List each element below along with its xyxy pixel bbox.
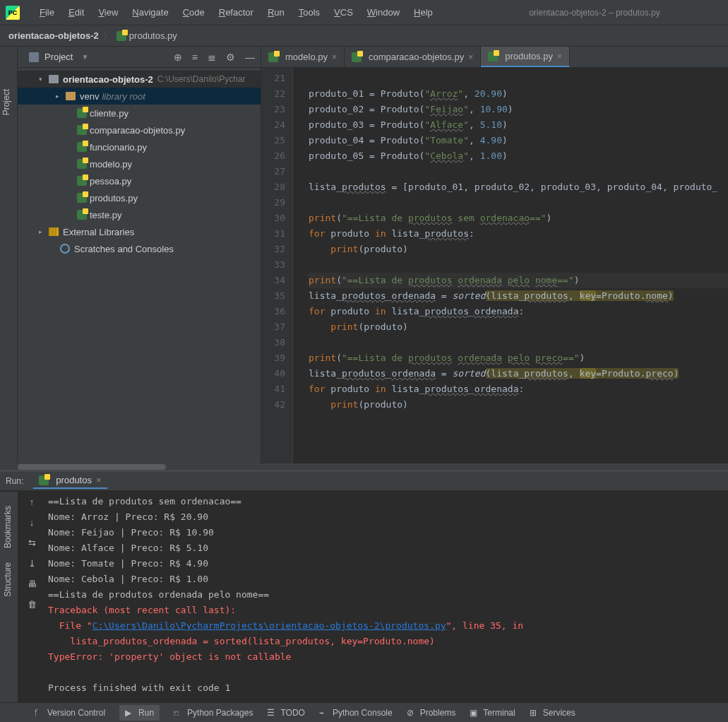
main-menu-bar: FileEditViewNavigateCodeRefactorRunTools…	[34, 4, 438, 20]
close-icon[interactable]: ×	[468, 52, 473, 62]
play-icon: ▶	[125, 708, 134, 717]
menu-refactor[interactable]: Refactor	[213, 4, 259, 20]
branch-icon: ᚶ	[34, 708, 43, 717]
status-bar: ᚶVersion Control▶Run⏍Python Packages☰TOD…	[0, 702, 728, 722]
menu-help[interactable]: Help	[408, 4, 438, 20]
run-tool-window: Run: produtos × ▶ 🔧 ■ ▦ 📌 ↑ ↓ ⇆ ⤓ 🖶 🗑 ==…	[0, 471, 728, 711]
editor-tab-comparacao-objetos-py[interactable]: comparacao-objetos.py×	[345, 47, 481, 67]
editor-area: modelo.py×comparacao-objetos.py×produtos…	[261, 47, 728, 463]
statusbar-version-control[interactable]: ᚶVersion Control	[34, 708, 105, 718]
code-editor[interactable]: 2122232425262728293031323334353637383940…	[261, 68, 728, 463]
tree-file-pessoa-py[interactable]: pessoa.py	[18, 172, 261, 189]
line-number-gutter[interactable]: 2122232425262728293031323334353637383940…	[261, 68, 293, 463]
menu-window[interactable]: Window	[362, 4, 405, 20]
warn-icon: ⊘	[407, 708, 416, 717]
left-bottom-strip: Bookmarks Structure	[0, 492, 18, 702]
close-icon[interactable]: ×	[332, 52, 337, 62]
editor-tab-bar: modelo.py×comparacao-objetos.py×produtos…	[261, 47, 728, 68]
navigation-bar[interactable]: orientacao-objetos-2 〉 produtos.py	[0, 25, 728, 47]
tree-file-teste-py[interactable]: teste.py	[18, 206, 261, 223]
project-view-label[interactable]: Project	[44, 52, 73, 62]
statusbar-terminal[interactable]: ▣Terminal	[470, 708, 515, 718]
title-bar: PC FileEditViewNavigateCodeRefactorRunTo…	[0, 0, 728, 25]
structure-tool-tab[interactable]: Structure	[3, 562, 13, 597]
run-config-tab[interactable]: produtos ×	[33, 473, 107, 489]
run-tab-label: produtos	[56, 475, 92, 485]
menu-tools[interactable]: Tools	[293, 4, 326, 20]
chevron-right-icon: 〉	[103, 30, 112, 42]
term-icon: ▣	[470, 708, 479, 717]
statusbar-problems[interactable]: ⊘Problems	[407, 708, 456, 718]
menu-code[interactable]: Code	[177, 4, 210, 20]
menu-run[interactable]: Run	[262, 4, 290, 20]
tree-file-funcionario-py[interactable]: funcionario.py	[18, 138, 261, 155]
project-tree-scrollbar[interactable]	[0, 463, 728, 471]
python-file-icon	[268, 52, 278, 62]
project-view-header: Project ▼ ⊕ ≡ ≣ ⚙ —	[18, 47, 261, 68]
run-label: Run:	[6, 476, 23, 486]
menu-vcs[interactable]: VCS	[328, 4, 359, 20]
svc-icon: ⊞	[530, 708, 539, 717]
statusbar-services[interactable]: ⊞Services	[530, 708, 575, 718]
run-console-output[interactable]: ==Lista de produtos sem ordenacao==Nome:…	[42, 491, 728, 711]
tree-file-cliente-py[interactable]: cliente.py	[18, 105, 261, 122]
run-header: Run: produtos ×	[0, 471, 728, 491]
tree-project-root[interactable]: ▾orientacao-objetos-2C:\Users\Danilo\Pyc…	[18, 71, 261, 88]
python-file-icon	[117, 31, 126, 41]
expand-all-icon[interactable]: ≡	[192, 52, 198, 63]
close-icon[interactable]: ×	[557, 52, 562, 61]
project-tree[interactable]: ▾orientacao-objetos-2C:\Users\Danilo\Pyc…	[18, 68, 261, 463]
tree-file-comparacao-objetos-py[interactable]: comparacao-objetos.py	[18, 122, 261, 138]
hide-icon[interactable]: —	[245, 52, 255, 63]
scrollbar-thumb[interactable]	[18, 464, 166, 470]
pkg-icon: ⏍	[174, 708, 183, 717]
menu-edit[interactable]: Edit	[63, 4, 90, 20]
project-tool-tab[interactable]: Project	[1, 89, 11, 115]
pycharm-logo-icon: PC	[6, 6, 20, 20]
statusbar-python-console[interactable]: ⌁Python Console	[319, 708, 393, 718]
window-title: orientacao-objetos-2 – produtos.py	[501, 8, 660, 18]
python-file-icon	[488, 52, 498, 61]
up-icon[interactable]: ↑	[30, 497, 35, 507]
settings-icon[interactable]: ⚙	[226, 52, 235, 63]
run-toolbar-mid: ↑ ↓ ⇆ ⤓ 🖶 🗑	[21, 491, 42, 711]
bookmarks-tool-tab[interactable]: Bookmarks	[3, 506, 13, 548]
python-file-icon	[352, 52, 362, 62]
down-icon[interactable]: ↓	[30, 517, 35, 528]
tree-external-libraries[interactable]: ▸External Libraries	[18, 223, 261, 240]
scroll-to-end-icon[interactable]: ⤓	[28, 558, 36, 569]
chevron-down-icon[interactable]: ▼	[81, 53, 88, 61]
statusbar-todo[interactable]: ☰TODO	[267, 708, 304, 718]
project-tool-window: Project ▼ ⊕ ≡ ≣ ⚙ — ▾orientacao-objetos-…	[18, 47, 261, 463]
collapse-all-icon[interactable]: ≣	[208, 52, 216, 63]
left-tool-strip: Project	[0, 47, 18, 463]
breadcrumb-file[interactable]: produtos.py	[129, 30, 177, 41]
code-content[interactable]: produto_01 = Produto("Arroz", 20.90)prod…	[293, 68, 728, 463]
tree-file-produtos-py[interactable]: produtos.py	[18, 189, 261, 206]
tree-file-modelo-py[interactable]: modelo.py	[18, 155, 261, 172]
clear-icon[interactable]: 🗑	[28, 599, 37, 610]
select-opened-file-icon[interactable]: ⊕	[174, 52, 182, 63]
tree-venv[interactable]: ▸venvlibrary root	[18, 88, 261, 105]
print-icon[interactable]: 🖶	[28, 579, 37, 589]
editor-tab-produtos-py[interactable]: produtos.py×	[481, 47, 570, 67]
editor-tab-modelo-py[interactable]: modelo.py×	[261, 47, 345, 67]
menu-view[interactable]: View	[93, 4, 124, 20]
py-icon: ⌁	[319, 708, 328, 717]
tree-scratches[interactable]: Scratches and Consoles	[18, 240, 261, 257]
menu-file[interactable]: File	[34, 4, 60, 20]
close-icon[interactable]: ×	[96, 475, 102, 485]
breadcrumb-project[interactable]: orientacao-objetos-2	[8, 30, 99, 41]
project-icon	[29, 52, 39, 62]
statusbar-run[interactable]: ▶Run	[119, 705, 160, 721]
statusbar-python-packages[interactable]: ⏍Python Packages	[174, 708, 253, 718]
todo-icon: ☰	[267, 708, 276, 717]
menu-navigate[interactable]: Navigate	[126, 4, 174, 20]
soft-wrap-icon[interactable]: ⇆	[28, 538, 36, 548]
python-file-icon	[39, 475, 49, 485]
